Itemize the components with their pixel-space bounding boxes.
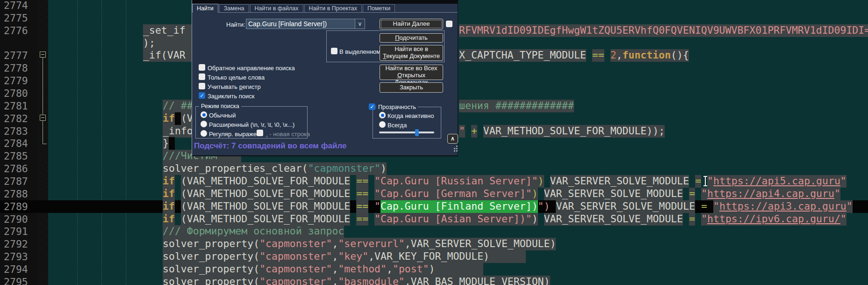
code-token (707, 200, 713, 213)
code-token: https://api4.cap.guru (707, 188, 834, 200)
code-token: " (713, 200, 719, 213)
code-line: /// Формирумем основной запрос (163, 225, 344, 238)
collapse-dialog-button[interactable]: ∧ (447, 134, 458, 144)
code-token (368, 175, 374, 188)
regex-dot-newline-label: . - новая строка (266, 131, 310, 138)
tab-find[interactable]: Найти (192, 4, 218, 13)
code-token: // #### (163, 100, 192, 112)
code-line: _set_if (143, 24, 192, 37)
whole-word-checkbox[interactable] (199, 73, 205, 80)
in-selection-checkbox[interactable] (331, 48, 337, 54)
tab-find-in-files[interactable]: Найти в файлах (250, 4, 303, 12)
code-token: ( (253, 263, 259, 276)
find-all-current-doc-button[interactable]: Найти все в Текущем Документе (380, 45, 443, 61)
dialog-titlebar-edge (192, 0, 458, 4)
transparency-inactive-radio[interactable] (379, 112, 386, 118)
fold-collapse-icon[interactable] (40, 115, 46, 121)
code-token: == (356, 200, 368, 213)
find-next-button[interactable]: Найти Далее (380, 19, 443, 29)
code-token: ) (483, 250, 489, 263)
code-line: _if(VAR (143, 49, 192, 62)
line-number: 2779 (4, 74, 34, 87)
code-token: == (356, 188, 368, 200)
code-line: if (VAR_METHOD_SOLVE_FOR_MODULE == "Cap.… (163, 188, 840, 200)
code-token (695, 200, 701, 213)
code-token: if (163, 188, 175, 200)
code-token: ( (253, 250, 259, 263)
search-match-highlight: Cap.Guru [Finland Server]) (380, 200, 538, 213)
whole-word-label: Только целые слова (208, 74, 265, 81)
tab-find-in-projects[interactable]: Найти в Проектах (304, 4, 362, 12)
count-button[interactable]: Подсчитать (380, 33, 443, 43)
code-token: https://ipv6.cap.guru/ (707, 213, 840, 226)
search-input[interactable] (246, 19, 356, 29)
tab-marks[interactable]: Пометки (363, 4, 395, 12)
close-button[interactable]: Закрыть (380, 82, 443, 93)
code-token: ) (550, 238, 556, 250)
code-token: https://api3.cap.guru (719, 200, 846, 213)
transparency-slider-track[interactable] (379, 132, 434, 133)
code-token: VAR_SERVER_SOLVE_MODULE (411, 238, 550, 250)
regex-dot-newline-checkbox[interactable] (257, 130, 263, 136)
search-history-dropdown-button[interactable]: v (355, 19, 365, 29)
code-token: ); (143, 37, 155, 50)
code-line: X_CAPTCHA_TYPE_MODULE == 2,function(){ (459, 49, 689, 62)
code-token: _info (163, 125, 192, 138)
code-token: , (405, 238, 411, 250)
transparency-slider-thumb[interactable] (415, 129, 419, 136)
mode-regex-radio[interactable] (201, 130, 207, 137)
code-token (169, 137, 175, 150)
code-token: "method" (338, 263, 387, 276)
fold-collapse-icon[interactable] (40, 51, 46, 58)
code-token: " (840, 175, 846, 188)
code-token: https://api5.cap.guru (713, 175, 840, 188)
code-line: if (VAR_METHOD_SOLVE_FOR_MODULE == "Cap.… (163, 213, 846, 226)
line-number: 2784 (4, 137, 34, 150)
code-token: VAR_SERVER_SOLVE_MODULE (544, 213, 683, 226)
find-option-checkbox[interactable] (446, 21, 452, 27)
mode-extended-label: Расширенный (\n, \r, \t, \0, \x...) (209, 121, 294, 128)
code-token (368, 188, 374, 200)
code-line: solver_property("capmonster","method","p… (163, 263, 483, 276)
wrap-search-checkbox[interactable]: ✓ (199, 92, 205, 99)
line-number: 2781 (4, 100, 34, 112)
code-token: == (592, 49, 604, 62)
mode-normal-radio[interactable] (201, 111, 207, 118)
code-token: , (387, 263, 393, 276)
match-case-checkbox[interactable] (199, 83, 205, 89)
code-token: = (701, 200, 707, 213)
in-selection-label: В выделенном (339, 48, 380, 55)
code-line: шения ############# (459, 100, 574, 112)
code-token: if (163, 200, 175, 213)
line-number: 2787 (4, 175, 34, 188)
line-number: 2789 (4, 200, 34, 213)
code-token: " (459, 125, 465, 138)
code-token: ( (181, 200, 187, 213)
checkmark-icon: ✓ (200, 93, 204, 98)
line-number: 2793 (4, 250, 34, 263)
indent-guide (77, 0, 78, 285)
code-token (350, 213, 356, 226)
code-token: , (368, 250, 374, 263)
find-all-open-docs-button[interactable]: Найти все во Всех Открытых Документах (380, 65, 443, 80)
code-line: if(V (163, 112, 193, 125)
fold-line (43, 55, 43, 144)
mode-extended-radio[interactable] (201, 121, 207, 127)
code-token: _set_if (143, 24, 186, 37)
transparency-always-radio[interactable] (379, 121, 386, 128)
resize-grip-icon[interactable] (454, 148, 455, 149)
code-token (544, 175, 550, 188)
code-line: solver_property("capmonster","serverurl"… (163, 238, 556, 250)
code-token: /// Формирумем основной запрос (163, 225, 344, 238)
code-token (683, 213, 689, 226)
backward-direction-checkbox[interactable] (199, 64, 205, 71)
code-token: VAR_METHOD_SOLVE_FOR_MODULE (187, 188, 351, 200)
code-token (350, 188, 356, 200)
transparency-checkbox[interactable]: ✓ (369, 103, 375, 110)
code-token: шения ############# (459, 100, 574, 112)
tab-replace[interactable]: Замена (219, 4, 249, 12)
line-number: 2786 (4, 162, 34, 175)
code-token: ") (538, 200, 550, 213)
code-token: solver_property (163, 250, 253, 263)
code-line: RFVMRV1dID09IDEgfHwgW1tZQU5ERVhfQ0FQVENI… (459, 24, 868, 37)
